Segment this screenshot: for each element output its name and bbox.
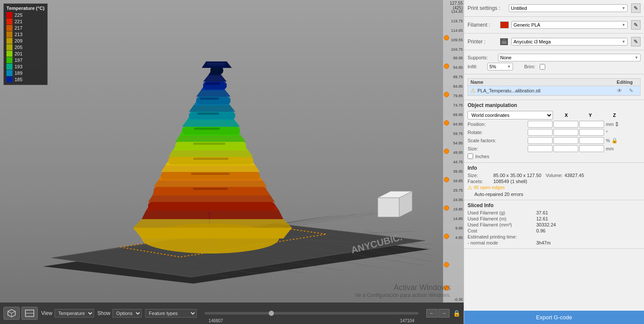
svg-marker-68 — [189, 105, 235, 112]
ruler-marker-bottom[interactable] — [444, 285, 449, 290]
filament-m-row: Used Filament (m) 12.61 — [468, 216, 641, 221]
info-size-label: Size: — [468, 173, 493, 178]
scale-y-input[interactable]: 100 — [553, 137, 578, 144]
ruler-marker-5[interactable] — [444, 149, 449, 154]
cost-value: 0.96 — [536, 228, 545, 233]
3d-viewport[interactable]: Temperature (°C) 225 221 217 213 209 205… — [0, 0, 464, 324]
print-time-value: 3h47m — [536, 240, 551, 245]
inches-checkbox[interactable] — [468, 153, 473, 159]
filament-section: Filament : Generic PLA ▼ ✎ — [464, 17, 644, 34]
position-up-down[interactable]: ⇕ — [614, 121, 620, 128]
rotate-y-input[interactable]: 0 — [553, 129, 578, 136]
size-y-input[interactable]: 35 — [553, 145, 578, 152]
scroll-left-button[interactable]: ← — [426, 309, 437, 318]
filament-value: Generic PLA — [513, 22, 622, 28]
svg-line-82 — [8, 312, 12, 313]
svg-marker-52 — [161, 165, 260, 172]
object-manipulation-section: Object manipulation World coordinates X … — [464, 100, 644, 163]
infill-dropdown[interactable]: 5% ▼ — [487, 63, 513, 70]
filament-edit-button[interactable]: ✎ — [631, 20, 641, 30]
svg-rect-47 — [193, 188, 228, 190]
supports-label: Supports: — [468, 55, 495, 60]
ruler-marker-8[interactable] — [444, 234, 449, 239]
ruler-marker-9[interactable] — [444, 262, 449, 267]
brim-checkbox[interactable] — [540, 64, 545, 70]
printer-arrow: ▼ — [622, 40, 626, 44]
filament-m-value: 12.61 — [536, 216, 548, 221]
print-settings-arrow: ▼ — [622, 6, 626, 10]
filament-mm3-value: 30332.24 — [536, 222, 556, 227]
supports-dropdown[interactable]: None ▼ — [498, 54, 641, 61]
printer-edit-button[interactable]: ✎ — [631, 37, 641, 46]
position-z-input[interactable]: 63.75 — [579, 121, 604, 128]
filament-g-label: Used Filament (g) — [468, 210, 536, 215]
3d-view-button[interactable] — [3, 307, 20, 320]
position-x-input[interactable]: 102.35 — [528, 121, 553, 128]
eye-icon[interactable]: 👁 — [617, 88, 622, 94]
printer-dropdown[interactable]: Anycubic i3 Mega ▼ — [511, 38, 628, 46]
show-dropdown[interactable]: Options — [112, 309, 142, 318]
export-gcode-button[interactable]: Export G-code — [464, 311, 644, 324]
size-z-input[interactable]: 127.5 — [579, 145, 604, 152]
scale-z-input[interactable]: 100 — [579, 137, 604, 144]
info-warning2-row: Auto-repaired 20 errors — [468, 192, 641, 197]
viewport-bottom-bar: View Temperature Show Options Feature ty… — [0, 303, 464, 324]
size-label: Size: — [468, 146, 528, 151]
print-settings-edit-button[interactable]: ✎ — [631, 3, 641, 13]
info-size-row: Size: 85.00 x 35.00 x 127.50 Volume: 438… — [468, 173, 641, 178]
show-label: Show — [97, 310, 110, 316]
filament-arrow: ▼ — [622, 23, 626, 27]
filament-m-label: Used Filament (m) — [468, 216, 536, 221]
scroll-right-button[interactable]: → — [438, 309, 450, 318]
rotate-unit: ° — [606, 130, 608, 135]
print-time-row: Estimated printing time: — [468, 234, 641, 239]
print-settings-value: Untitled — [511, 6, 622, 11]
feature-dropdown[interactable]: Feature types — [145, 309, 197, 318]
rotate-row: Rotate: 0 0 0 ° — [468, 129, 641, 136]
size-row: Size: 85 35 127.5 mm — [468, 145, 641, 152]
flat-view-button[interactable] — [21, 307, 38, 320]
obj-manip-title: Object manipulation — [468, 102, 641, 108]
normal-mode-row: - normal mode 3h47m — [468, 240, 641, 245]
x-col-header: X — [556, 113, 577, 118]
filament-dropdown[interactable]: Generic PLA ▼ — [511, 21, 628, 29]
svg-marker-44 — [148, 196, 275, 202]
cost-row: Cost 0.96 — [468, 228, 641, 233]
position-y-input[interactable]: 92.92 — [553, 121, 578, 128]
printer-icon — [500, 38, 508, 45]
info-warning1-row: ⚠ 45 open edges — [468, 185, 641, 191]
ruler-marker-6[interactable] — [444, 177, 449, 182]
object-list-row[interactable]: ⚠ PLA_Temperatu...alibration.stl 👁 ✎ — [468, 86, 640, 95]
ruler-marker-7[interactable] — [444, 205, 449, 211]
svg-marker-64 — [182, 120, 240, 127]
ruler-marker-3[interactable] — [444, 92, 449, 97]
horizontal-slider-handle[interactable] — [269, 311, 274, 316]
view-select-group: View Temperature — [41, 309, 94, 318]
ruler-marker-4[interactable] — [444, 120, 449, 125]
ruler-marker-2[interactable] — [444, 64, 449, 69]
ruler-marker-1[interactable] — [444, 35, 449, 40]
rotate-x-input[interactable]: 0 — [528, 129, 553, 136]
view-dropdown[interactable]: Temperature — [55, 309, 94, 318]
filament-label: Filament : — [468, 22, 498, 28]
print-settings-label: Print settings : — [468, 5, 506, 11]
printer-label: Printer : — [468, 39, 498, 45]
info-facets-value: 108549 (1 shell) — [493, 179, 527, 184]
horizontal-slider-track[interactable]: 147104 146807 — [204, 312, 419, 315]
lock-button[interactable]: 🔒 — [453, 310, 460, 317]
scale-lock-icon[interactable]: 🔒 — [611, 138, 618, 144]
printer-section: Printer : Anycubic i3 Mega ▼ ✎ — [464, 34, 644, 50]
coord-system-dropdown[interactable]: World coordinates — [468, 111, 553, 119]
svg-rect-67 — [197, 113, 219, 115]
size-x-input[interactable]: 85 — [528, 145, 553, 152]
cost-label: Cost — [468, 228, 536, 233]
3d-model-svg: ANYCUBIC. — [0, 0, 464, 303]
print-settings-dropdown[interactable]: Untitled ▼ — [509, 4, 628, 12]
print-settings-section: Print settings : Untitled ▼ ✎ — [464, 0, 644, 17]
scroll-arrows: ← → — [426, 309, 450, 318]
rotate-z-input[interactable]: 0 — [579, 129, 604, 136]
edit-icon[interactable]: ✎ — [625, 88, 638, 94]
svg-rect-80 — [207, 62, 225, 66]
horizontal-slider-container: 147104 146807 — [200, 312, 423, 315]
scale-x-input[interactable]: 100 — [528, 137, 553, 144]
